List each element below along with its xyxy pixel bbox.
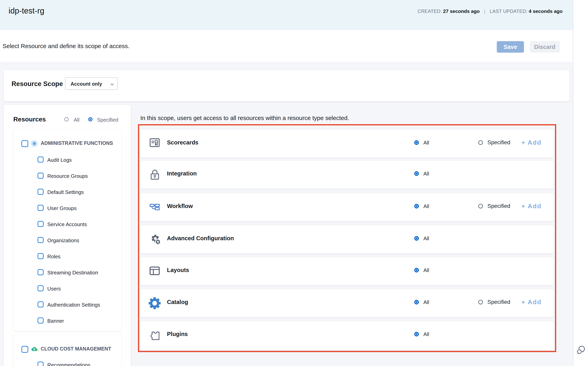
svg-text:$: $	[33, 348, 35, 351]
